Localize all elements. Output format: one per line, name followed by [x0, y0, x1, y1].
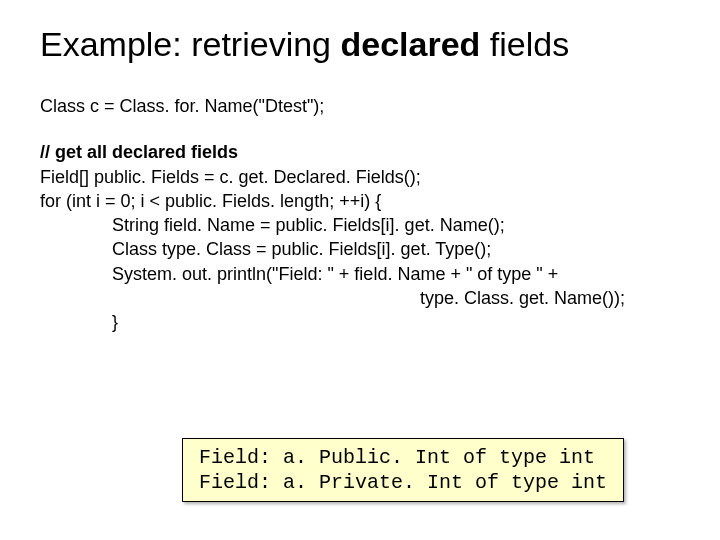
title-bold: declared [340, 25, 480, 63]
code-line: Class c = Class. for. Name("Dtest"); [40, 94, 680, 118]
title-pre: Example: retrieving [40, 25, 340, 63]
output-box: Field: a. Public. Int of type int Field:… [182, 438, 624, 502]
title-post: fields [480, 25, 569, 63]
code-line: } [40, 310, 680, 334]
code-line: type. Class. get. Name()); [40, 286, 680, 310]
code-line: String field. Name = public. Fields[i]. … [40, 213, 680, 237]
code-line: Field[] public. Fields = c. get. Declare… [40, 165, 680, 189]
code-gap [40, 118, 680, 140]
output-line: Field: a. Private. Int of type int [199, 471, 607, 494]
code-block: Class c = Class. for. Name("Dtest"); // … [40, 94, 680, 335]
slide-title: Example: retrieving declared fields [40, 25, 680, 64]
code-line: System. out. println("Field: " + field. … [40, 262, 680, 286]
code-comment: // get all declared fields [40, 140, 680, 164]
output-line: Field: a. Public. Int of type int [199, 446, 595, 469]
slide: Example: retrieving declared fields Clas… [0, 0, 720, 540]
code-line: Class type. Class = public. Fields[i]. g… [40, 237, 680, 261]
code-line: for (int i = 0; i < public. Fields. leng… [40, 189, 680, 213]
